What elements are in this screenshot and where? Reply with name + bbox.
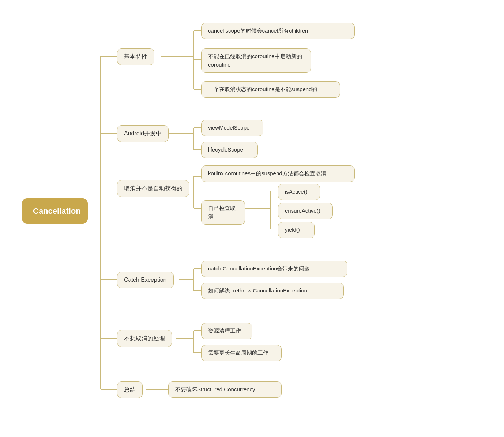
level2-longer-lifecycle: 需要更长生命周期的工作 (201, 345, 282, 361)
root-node: Cancellation (22, 198, 88, 224)
level1-node-android: Android开发中 (117, 125, 169, 142)
level2-rethrow: 如何解决: rethrow CancellationException (201, 283, 344, 299)
level2-cancel-scope: cancel scope的时候会cancel所有children (201, 23, 355, 39)
level2-viewmodelscope: viewModelScope (201, 120, 263, 136)
level1-node-zongjie: 总结 (117, 381, 143, 398)
level2-resource-cleanup: 资源清理工作 (201, 323, 252, 339)
mind-map: Cancellation 基本特性 Android开发中 取消并不是自动获得的 … (11, 12, 493, 425)
level2-kotlinx-suspend: kotlinx.coroutines中的suspend方法都会检查取消 (201, 165, 355, 182)
level1-node-buxiang: 不想取消的处理 (117, 330, 172, 347)
level1-node-quxiao: 取消并不是自动获得的 (117, 180, 189, 197)
level2-no-new-coroutine: 不能在已经取消的coroutine中启动新的coroutine (201, 48, 311, 73)
level2-cannot-suspend: 一个在取消状态的coroutine是不能suspend的 (201, 81, 340, 98)
level2-no-break-structured: 不要破坏Structured Concurrency (168, 381, 282, 398)
level3-isactive: isActive() (278, 184, 320, 200)
level2-lifecyclescope: lifecycleScope (201, 142, 258, 158)
level3-ensureactive: ensureActive() (278, 203, 333, 219)
level1-node-jibentexing: 基本特性 (117, 48, 154, 65)
level2-ziji-check: 自己检查取消 (201, 200, 245, 225)
level1-node-catch: Catch Exception (117, 272, 174, 288)
level3-yield: yield() (278, 222, 315, 238)
level2-catch-problem: catch CancellationException会带来的问题 (201, 261, 347, 277)
